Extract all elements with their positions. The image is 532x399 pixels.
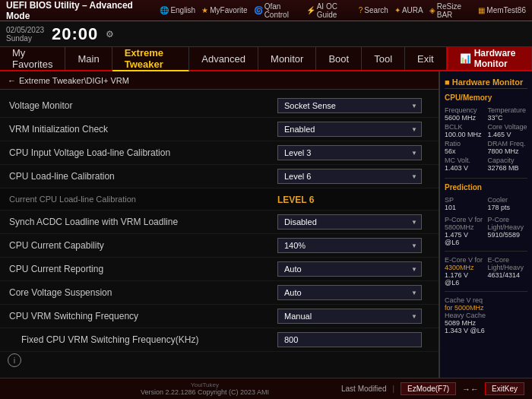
hw-metric-mc-volt: MC Volt. 1.403 V xyxy=(445,157,485,172)
top-bar-resizebar[interactable]: ◈ ReSize BAR xyxy=(429,2,473,19)
pred-pcore-right: P-Core Light/Heavy 5910/5589 xyxy=(488,216,528,246)
hw-metric-bclk: BCLK 100.00 MHz xyxy=(445,123,485,138)
top-bar-items: 🌐 English ★ MyFavorite 🌀 Qfan Control ⚡ … xyxy=(160,2,526,19)
nav-monitor[interactable]: Monitor xyxy=(258,47,316,70)
table-row: CPU Current Reporting AutoManual xyxy=(0,258,439,281)
vrm-init-check-wrapper: Enabled Disabled xyxy=(277,122,422,137)
cpu-loadline-cal-value: Level 1Level 2Level 3 Level 4Level 5Leve… xyxy=(277,169,429,184)
nav-bar: My Favorites Main Extreme Tweaker Advanc… xyxy=(0,47,532,71)
hw-monitor-icon: 📊 xyxy=(460,53,471,64)
youtuber-label: YouiTukey xyxy=(191,382,219,388)
table-row: CPU Input Voltage Load-line Calibration … xyxy=(0,141,439,165)
table-row: CPU Load-line Calibration Level 1Level 2… xyxy=(0,165,439,188)
clock-display: 20:00 xyxy=(52,24,98,44)
top-bar-memtest[interactable]: ▦ MemTest86 xyxy=(478,6,526,14)
cpu-current-cap-select[interactable]: 100%110%120%130%140% xyxy=(277,238,422,253)
hw-divider3 xyxy=(445,291,527,292)
cpu-input-voltage-wrapper: Level 1Level 2Level 3 Level 4Level 5Leve… xyxy=(277,145,422,160)
bios-title: UEFI BIOS Utility – Advanced Mode xyxy=(6,0,150,21)
version-label: Version 2.22.1286 Copyright (C) 2023 AMI xyxy=(141,388,269,396)
datetime-bar: 02/05/2023 Sunday 20:00 ⚙ xyxy=(0,21,532,47)
vrm-init-check-label: VRM Initialization Check xyxy=(9,124,277,135)
vrm-init-check-select[interactable]: Enabled Disabled xyxy=(277,122,422,137)
nav-main[interactable]: Main xyxy=(65,47,112,70)
resizebar-icon: ◈ xyxy=(429,6,435,14)
cpu-current-report-label: CPU Current Reporting xyxy=(9,264,277,274)
top-bar-english[interactable]: 🌐 English xyxy=(160,6,195,14)
core-voltage-susp-select[interactable]: AutoManual xyxy=(277,285,422,300)
breadcrumb-arrow[interactable]: ← xyxy=(8,76,16,85)
current-cpu-loadline-label: Current CPU Load-line Calibration xyxy=(9,195,277,204)
date-label: 02/05/2023 xyxy=(6,26,44,34)
voltage-monitor-value: Socket Sense CPU Manual xyxy=(277,98,429,113)
top-bar-myfavorite[interactable]: ★ MyFavorite xyxy=(201,6,247,14)
nav-my-favorites[interactable]: My Favorites xyxy=(0,47,65,70)
hw-metric-ratio: Ratio 56x xyxy=(445,140,485,155)
cpu-current-cap-wrapper: 100%110%120%130%140% xyxy=(277,238,422,253)
settings-list: Voltage Monitor Socket Sense CPU Manual … xyxy=(0,90,439,356)
cpu-vrm-switch-freq-value: AutoManual xyxy=(277,309,429,324)
cpu-input-voltage-select[interactable]: Level 1Level 2Level 3 Level 4Level 5Leve… xyxy=(277,145,422,160)
synch-acdc-select[interactable]: Disabled Enabled xyxy=(277,214,422,230)
hw-divider xyxy=(445,178,527,179)
hw-monitor-panel: ■ Hardware Monitor CPU/Memory Frequency … xyxy=(439,71,532,378)
cpu-input-voltage-value: Level 1Level 2Level 3 Level 4Level 5Leve… xyxy=(277,145,429,160)
cpu-current-report-wrapper: AutoManual xyxy=(277,261,422,277)
synch-acdc-value: Disabled Enabled xyxy=(277,214,429,230)
top-bar-aura[interactable]: ✦ AURA xyxy=(394,6,423,14)
voltage-monitor-select[interactable]: Socket Sense CPU Manual xyxy=(277,98,422,113)
current-cpu-loadline-text: LEVEL 6 xyxy=(277,195,314,205)
nav-hw-monitor[interactable]: 📊 Hardware Monitor xyxy=(447,47,532,70)
cpu-vrm-switch-freq-label: CPU VRM Switching Frequency xyxy=(9,311,277,321)
left-panel: ← Extreme Tweaker\DIGI+ VRM Voltage Moni… xyxy=(0,71,439,378)
english-icon: 🌐 xyxy=(160,6,169,14)
top-bar: UEFI BIOS Utility – Advanced Mode 🌐 Engl… xyxy=(0,0,532,21)
fixed-cpu-vrm-label: Fixed CPU VRM Switching Frequency(KHz) xyxy=(21,334,277,345)
hw-monitor-icon: ■ xyxy=(445,78,452,87)
cpu-loadline-cal-select[interactable]: Level 1Level 2Level 3 Level 4Level 5Leve… xyxy=(277,169,422,184)
cpu-vrm-switch-freq-select[interactable]: AutoManual xyxy=(277,309,422,324)
hw-metric-dram-freq: DRAM Freq. 7800 MHz xyxy=(488,140,528,155)
nav-advanced[interactable]: Advanced xyxy=(189,47,258,70)
table-row: Current CPU Load-line Calibration LEVEL … xyxy=(0,188,439,211)
hw-metric-frequency-label: Frequency 5600 MHz xyxy=(445,106,485,122)
synch-acdc-label: Synch ACDC Loadline with VRM Loadline xyxy=(9,217,277,227)
current-cpu-loadline-value: LEVEL 6 xyxy=(277,192,429,206)
prediction-section: SP 101 Cooler 178 pts P-Core V for 5800M… xyxy=(445,196,527,334)
table-row: Fixed CPU VRM Switching Frequency(KHz) xyxy=(0,328,439,352)
pred-cooler-col: Cooler 178 pts xyxy=(488,196,528,211)
cpu-input-voltage-label: CPU Input Voltage Load-line Calibration xyxy=(9,147,277,158)
info-icon[interactable]: i xyxy=(8,353,21,367)
cpu-current-cap-value: 100%110%120%130%140% xyxy=(277,238,429,253)
cpu-current-report-select[interactable]: AutoManual xyxy=(277,261,422,277)
pred-ecore-left: E-Core V for 4300MHz 1.176 V @L6 xyxy=(445,256,485,287)
hw-metric-temp: Temperature 33°C xyxy=(488,106,528,122)
top-bar-search[interactable]: ? Search xyxy=(359,6,388,14)
nav-boot[interactable]: Boot xyxy=(316,47,362,70)
prediction-pcore: P-Core V for 5800MHz 1.475 V @L6 P-Core … xyxy=(445,216,527,246)
settings-gear-icon[interactable]: ⚙ xyxy=(106,29,114,40)
ez-mode-button[interactable]: EzMode(F7) xyxy=(401,382,456,395)
nav-exit[interactable]: Exit xyxy=(405,47,447,70)
hw-monitor-title: ■ Hardware Monitor xyxy=(445,78,527,89)
hw-divider2 xyxy=(445,251,527,252)
breadcrumb-path: Extreme Tweaker\DIGI+ VRM xyxy=(19,76,129,85)
pred-cache-col: Cache V req for 5000MHz Heavy Cache 5089… xyxy=(445,296,527,334)
nav-tool[interactable]: Tool xyxy=(362,47,405,70)
nav-extreme-tweaker[interactable]: Extreme Tweaker xyxy=(112,47,190,71)
top-bar-aioc[interactable]: ⚡ AI OC Guide xyxy=(306,2,353,19)
hw-metric-capacity: Capacity 32768 MB xyxy=(488,157,528,172)
pred-pcore-left: P-Core V for 5800MHz 1.475 V @L6 xyxy=(445,216,485,246)
main-content: ← Extreme Tweaker\DIGI+ VRM Voltage Moni… xyxy=(0,71,532,378)
fixed-cpu-vrm-input[interactable] xyxy=(277,332,422,347)
exit-button[interactable]: ExitKey xyxy=(485,382,524,395)
search-icon: ? xyxy=(359,6,363,14)
top-bar-qfan[interactable]: 🌀 Qfan Control xyxy=(254,2,300,19)
cpu-vrm-switch-freq-wrapper: AutoManual xyxy=(277,309,422,324)
day-label: Sunday xyxy=(6,34,32,43)
hw-monitor-label: Hardware Monitor xyxy=(474,48,519,69)
prediction-title: Prediction xyxy=(445,183,527,193)
favorite-icon: ★ xyxy=(201,6,208,14)
table-row: Synch ACDC Loadline with VRM Loadline Di… xyxy=(0,211,439,234)
hw-metric-core-voltage: Core Voltage 1.465 V xyxy=(488,123,528,138)
